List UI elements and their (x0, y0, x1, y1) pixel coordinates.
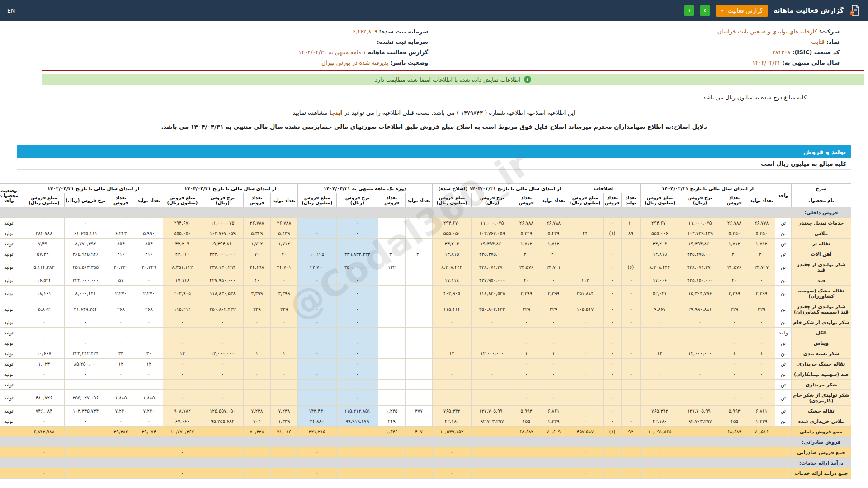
table-cell: ۰ (748, 380, 775, 390)
prev-announcement-button[interactable]: ‹ (684, 5, 694, 16)
table-cell: ۹۲,۷۰۳,۲۹۷ (679, 416, 721, 427)
table-cell: ۰ (567, 338, 603, 348)
table-cell: ۰ (202, 338, 243, 348)
table-cell: ۰ (621, 348, 640, 359)
unregistered-capital-label: سرمایه ثبت نشده: (377, 38, 428, 45)
product-name: قند (سهمیه پیمانکاران) (792, 369, 851, 380)
table-cell: ۰ (270, 328, 297, 338)
amendment-notice: این اطلاعیه اصلاحیه اطلاعیه شماره ( ۱۳۷۹… (0, 109, 868, 116)
table-cell: ۱۰۳,۷۳۹,۴۳۹ (679, 228, 721, 239)
table-cell: ۳۳,۲۰۴ (163, 239, 202, 249)
table-cell: ۳۳ (107, 348, 135, 359)
table-cell: ۰ (748, 359, 775, 369)
table-cell: ۰ (270, 380, 297, 390)
table-cell: ۷,۲۲۰ (135, 406, 163, 416)
table-cell: ۴۰ (243, 275, 270, 286)
table-cell: ۳۴۵,۳۷۵,۰۰۰ (471, 249, 513, 259)
table-cell: ۱,۷۱۲ (748, 239, 775, 249)
table-cell: ۰ (432, 359, 471, 369)
table-cell: ۰ (270, 359, 297, 369)
isic-value: ۳۸۴۲۰۸ (772, 49, 790, 56)
table-cell: ۰ (721, 380, 748, 390)
table-cell (471, 427, 513, 437)
table-cell: ۱,۳۳۹ (270, 416, 297, 427)
table-cell: ۰ (603, 416, 621, 427)
table-cell (64, 427, 107, 437)
table-cell: ۴۰۳,۹۰۵ (432, 286, 471, 301)
table-cell: ۰ (679, 338, 721, 348)
table-cell: ۳,۳۹۹ (721, 286, 748, 301)
table-cell: ۳,۳۹۹ (540, 286, 567, 301)
table-cell: ۰ (621, 317, 640, 328)
table-cell (378, 275, 405, 286)
table-cell (405, 390, 432, 406)
table-cell: ۰ (202, 369, 243, 380)
table-cell (405, 447, 432, 458)
table-cell: ۰ (567, 239, 603, 249)
table-cell: ۰ (567, 259, 603, 275)
table-cell (679, 447, 721, 458)
table-cell: ۰ (679, 328, 721, 338)
table-cell (378, 359, 405, 369)
table-cell: ۱۰۳,۷۶۷,۰۵۹ (471, 228, 513, 239)
table-cell: ۵,۱۱۴,۲۸۳ (24, 259, 64, 275)
table-cell: ۲۵۵,۰۲۷,۰۵۶ (64, 390, 107, 406)
table-cell: ۱,۷۱۲ (243, 239, 270, 249)
table-cell: ۰ (603, 406, 621, 416)
table-cell: ۱ (243, 348, 270, 359)
table-cell: ۴۲,۱۸۰ (640, 416, 679, 427)
table-cell: ۳۲۹ (721, 301, 748, 317)
next-announcement-button[interactable]: › (700, 5, 710, 16)
table-cell: ۸۹ (621, 228, 640, 239)
table-cell: ۱۰۳,۳۳۵,۷۳۴ (64, 406, 107, 416)
table-cell: ۰ (24, 317, 64, 328)
table-cell: ۷,۴۹۰ (24, 239, 64, 249)
table-cell: ۴۲,۱۸۰ (432, 416, 471, 427)
table-cell: ۲۰,۳۳۰ (107, 259, 135, 275)
section-label: فروش صادراتی: (792, 437, 851, 447)
table-cell: ۸,۰۰۰,۴۴۱ (64, 286, 107, 301)
table-cell: ۴۰۳,۹۰۵ (163, 286, 202, 301)
header-group-prior-year: از ابتدای سال مالی تا تاریخ ۱۴۰۳/۰۴/۳۱ (24, 184, 163, 193)
table-cell: ۰ (135, 369, 163, 380)
table-cell: ۰ (567, 380, 603, 390)
amounts-unit-box: کلیه مبالغ درج شده به میلیون ریال می باش… (693, 92, 816, 103)
table-cell: ۱۲ (163, 348, 202, 359)
table-cell: ۳۲۹ (513, 301, 540, 317)
table-cell: ۰ (603, 286, 621, 301)
table-cell: ۱۲۵,۵۵۷,۰۵۰ (202, 406, 243, 416)
table-cell: ۰ (24, 369, 64, 380)
table-cell: ۱۵,۳۰۴,۷۹۶ (679, 286, 721, 301)
table-cell (64, 447, 107, 458)
table-cell (679, 427, 721, 437)
table-cell: ۲۵۱,۵۶۳,۳۵۵ (64, 259, 107, 275)
company-value: کارخانه هاي توليدي و صنعتي ثابت خراسان (717, 28, 817, 35)
table-cell: ۰ (135, 275, 163, 286)
table-cell: ۰ (603, 317, 621, 328)
table-cell: ۷,۲۲۰ (107, 406, 135, 416)
table-cell: ۰ (621, 301, 640, 317)
header-sale-rate: نرخ فروش (ریال) (471, 193, 513, 207)
table-cell: ۳۴۳,۰۰۰,۰۰۰ (202, 249, 243, 259)
product-unit: تن (775, 286, 792, 301)
table-cell: ۰ (297, 301, 336, 317)
table-cell: ۰ (107, 338, 135, 348)
product-name: خدمات تبدیل چغندر (792, 218, 851, 228)
previous-version-link[interactable]: اینجا (329, 109, 342, 116)
table-cell: ۵۵۵,۰۵۰ (163, 228, 202, 239)
table-cell: ۱۹,۳۹۴,۸۶۰ (471, 239, 513, 249)
table-cell: ۲۹۴,۶۷۰ (163, 218, 202, 228)
table-cell: ۰ (432, 380, 471, 390)
table-cell: ۰ (202, 390, 243, 406)
table-cell (0, 458, 792, 468)
table-cell: ۰ (603, 359, 621, 369)
table-cell: ۰ (64, 416, 107, 427)
language-toggle-en[interactable]: EN (7, 7, 15, 14)
table-cell: ۲۴,۵۷۶ (721, 259, 748, 275)
table-cell (270, 468, 297, 479)
table-cell: ۰ (243, 390, 270, 406)
report-type-dropdown[interactable]: گزارش فعالیت ▾ (716, 5, 768, 17)
product-name: تفاله خشک خریداری (792, 359, 851, 369)
table-cell: ۰ (135, 328, 163, 338)
table-cell: ۰ (621, 380, 640, 390)
